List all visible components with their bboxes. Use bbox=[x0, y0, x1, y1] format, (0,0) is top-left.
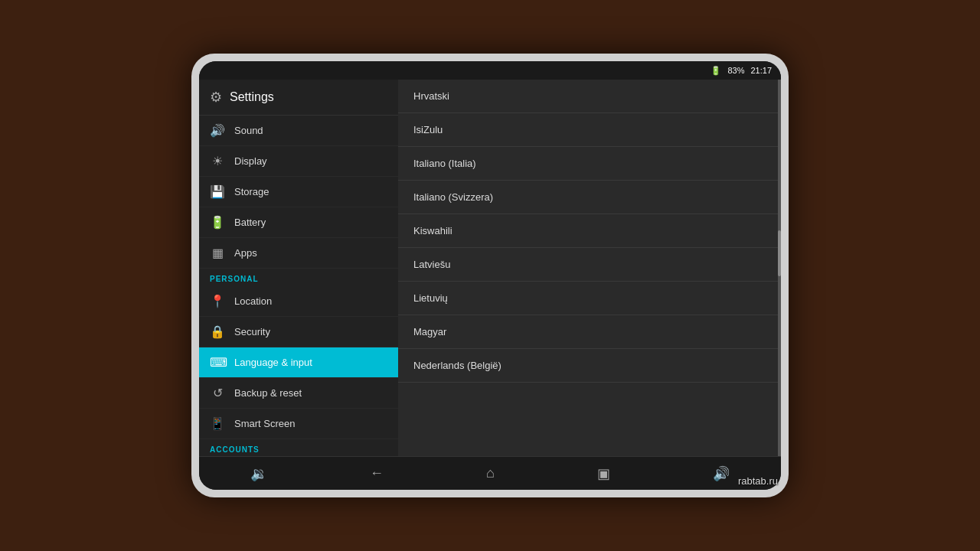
battery-icon: 🔋 bbox=[710, 66, 721, 76]
language-icon: ⌨ bbox=[210, 355, 225, 370]
main-content: ⚙ Settings 🔊 Sound ☀ Display 💾 Storage bbox=[199, 80, 781, 456]
display-label: Display bbox=[234, 155, 267, 167]
recents-nav-btn[interactable]: ▣ bbox=[585, 461, 622, 487]
sidebar-item-apps[interactable]: ▦ Apps bbox=[199, 238, 398, 269]
sidebar-item-security[interactable]: 🔒 Security bbox=[199, 317, 398, 347]
tablet-frame: 🔋 83% 21:17 ⚙ Settings 🔊 Sound ☀ bbox=[191, 54, 789, 497]
sidebar: ⚙ Settings 🔊 Sound ☀ Display 💾 Storage bbox=[199, 80, 398, 456]
display-icon: ☀ bbox=[210, 154, 225, 168]
apps-label: Apps bbox=[234, 247, 257, 259]
list-item[interactable]: IsiZulu bbox=[398, 113, 778, 147]
smartscreen-icon: 📱 bbox=[210, 416, 225, 431]
smartscreen-label: Smart Screen bbox=[234, 418, 295, 429]
scroll-bar[interactable] bbox=[778, 80, 781, 456]
apps-icon: ▦ bbox=[210, 246, 225, 260]
nav-bar: 🔉 ← ⌂ ▣ 🔊 bbox=[199, 456, 781, 490]
settings-gear-icon: ⚙ bbox=[210, 89, 222, 106]
personal-section-label: PERSONAL bbox=[199, 269, 398, 286]
list-item[interactable]: Italiano (Svizzera) bbox=[398, 181, 778, 214]
sidebar-item-storage[interactable]: 💾 Storage bbox=[199, 177, 398, 207]
back-nav-btn[interactable]: ← bbox=[358, 461, 396, 486]
location-label: Location bbox=[234, 295, 272, 307]
language-label: Language & input bbox=[234, 357, 312, 368]
home-nav-btn[interactable]: ⌂ bbox=[474, 461, 507, 486]
tablet-screen: 🔋 83% 21:17 ⚙ Settings 🔊 Sound ☀ bbox=[199, 61, 781, 490]
list-item[interactable]: Magyar bbox=[398, 315, 778, 349]
clock: 21:17 bbox=[750, 66, 772, 75]
language-list-panel: Hrvatski IsiZulu Italiano (Italia) Itali… bbox=[398, 80, 778, 456]
location-icon: 📍 bbox=[210, 294, 225, 308]
volume-down-nav-btn[interactable]: 🔉 bbox=[238, 461, 279, 487]
list-item[interactable]: Hrvatski bbox=[398, 80, 778, 113]
backup-icon: ↺ bbox=[210, 386, 225, 400]
storage-icon: 💾 bbox=[210, 184, 225, 199]
sidebar-item-sound[interactable]: 🔊 Sound bbox=[199, 116, 398, 146]
list-item[interactable]: Nederlands (België) bbox=[398, 349, 778, 383]
sidebar-item-battery[interactable]: 🔋 Battery bbox=[199, 207, 398, 238]
sound-label: Sound bbox=[234, 125, 263, 136]
battery-menu-icon: 🔋 bbox=[210, 215, 225, 230]
sidebar-item-language[interactable]: ⌨ Language & input bbox=[199, 347, 398, 378]
status-bar: 🔋 83% 21:17 bbox=[199, 61, 781, 80]
list-item[interactable]: Lietuvių bbox=[398, 282, 778, 315]
battery-label: Battery bbox=[234, 217, 266, 228]
sidebar-item-backup[interactable]: ↺ Backup & reset bbox=[199, 378, 398, 409]
storage-label: Storage bbox=[234, 186, 270, 197]
sidebar-item-smartscreen[interactable]: 📱 Smart Screen bbox=[199, 409, 398, 439]
list-item[interactable]: Latviešu bbox=[398, 248, 778, 282]
battery-percent: 83% bbox=[727, 66, 744, 75]
sidebar-item-location[interactable]: 📍 Location bbox=[199, 286, 398, 317]
sound-icon: 🔊 bbox=[210, 123, 225, 138]
accounts-section-label: ACCOUNTS bbox=[199, 439, 398, 456]
volume-up-nav-btn[interactable]: 🔊 bbox=[701, 461, 742, 487]
security-label: Security bbox=[234, 326, 270, 337]
security-icon: 🔒 bbox=[210, 324, 225, 339]
list-item[interactable]: Kiswahili bbox=[398, 214, 778, 248]
backup-label: Backup & reset bbox=[234, 387, 302, 399]
scroll-thumb[interactable] bbox=[778, 230, 781, 276]
settings-header: ⚙ Settings bbox=[199, 80, 398, 116]
list-item[interactable]: Italiano (Italia) bbox=[398, 147, 778, 181]
sidebar-item-display[interactable]: ☀ Display bbox=[199, 146, 398, 177]
settings-title: Settings bbox=[230, 90, 274, 104]
